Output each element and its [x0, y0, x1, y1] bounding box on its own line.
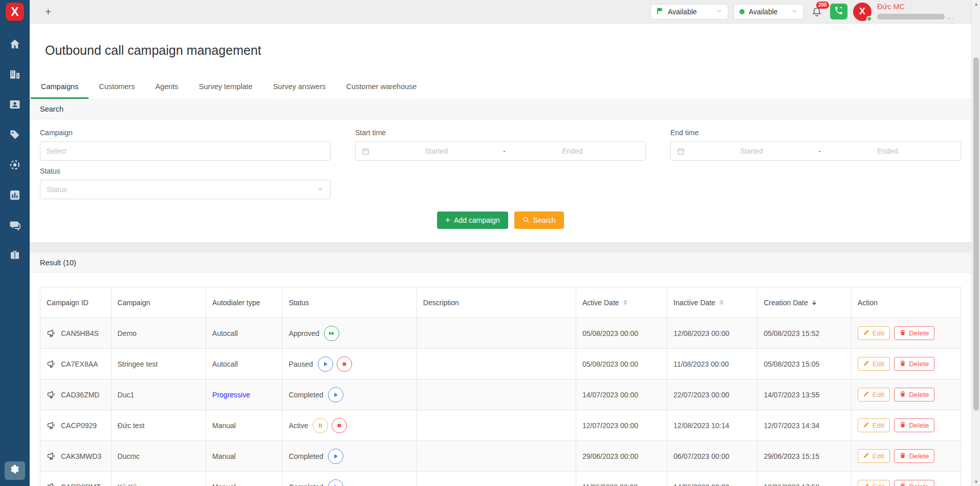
campaign-placeholder: Select: [47, 147, 67, 155]
edit-button[interactable]: Edit: [858, 418, 890, 432]
search-section-title: Search: [40, 105, 63, 113]
new-tab-button[interactable]: +: [45, 6, 51, 17]
chat-status-value: Available: [668, 8, 697, 16]
edit-button[interactable]: Edit: [858, 388, 890, 402]
user-menu[interactable]: Đức MC ...: [877, 3, 964, 20]
search-button-label: Search: [533, 216, 556, 224]
delete-button[interactable]: Delete: [894, 418, 934, 432]
delete-button[interactable]: Delete: [894, 480, 934, 486]
end-time-range-input[interactable]: Started - Ended: [670, 141, 961, 161]
campaign-name: Demo: [111, 318, 206, 349]
creation-date: 12/07/2023 14:34: [757, 410, 851, 441]
search-form: Campaign Select Start time Started - End…: [30, 119, 971, 199]
trash-icon: [900, 329, 906, 337]
main-content: Outbound call campaign management Campai…: [30, 24, 971, 486]
pencil-icon: [863, 452, 869, 460]
megaphone-icon: [47, 359, 57, 369]
tab-customers[interactable]: Customers: [89, 79, 145, 95]
sidebar-item-contacts[interactable]: [8, 99, 21, 112]
brand-logo[interactable]: X: [6, 3, 24, 21]
sidebar-item-company[interactable]: [8, 69, 21, 82]
creation-date: 05/08/2023 15:05: [757, 349, 851, 379]
sidebar-item-chat[interactable]: [8, 220, 21, 233]
tab-campaigns[interactable]: Campaigns: [31, 79, 89, 95]
column-header-active-date[interactable]: Active Date: [576, 287, 667, 318]
search-section-header: Search: [30, 99, 971, 119]
delete-button[interactable]: Delete: [894, 388, 934, 402]
call-status-dropdown[interactable]: Available: [734, 4, 803, 19]
results-table: Campaign IDCampaignAutodialer typeStatus…: [40, 287, 961, 486]
edit-button[interactable]: Edit: [858, 449, 890, 463]
autodialer-type: Autocall: [212, 329, 238, 337]
column-header-inactive-date[interactable]: Inactive Date: [667, 287, 757, 318]
stop-icon[interactable]: [332, 418, 347, 433]
table-row: CAD36ZMD Duc1 Progressive Completed 14/0…: [40, 379, 961, 410]
avatar-letter: X: [859, 6, 865, 17]
online-dot-icon: [866, 16, 872, 22]
results-table-wrap: Campaign IDCampaignAutodialer typeStatus…: [30, 273, 971, 486]
chat-icon: [9, 219, 21, 234]
add-campaign-button[interactable]: + Add campaign: [437, 212, 508, 229]
home-icon: [9, 38, 21, 52]
tab-survey-answers[interactable]: Survey answers: [263, 79, 336, 95]
settings-button[interactable]: [5, 461, 25, 480]
notifications-button[interactable]: 200: [811, 6, 822, 17]
play-icon[interactable]: [328, 449, 343, 464]
tab-agents[interactable]: Agents: [145, 79, 188, 95]
tab-customer-warehouse[interactable]: Customer warehouse: [336, 79, 427, 95]
page-scrollbar[interactable]: ▲ ▼: [971, 0, 980, 486]
description: [417, 472, 576, 486]
status-label: Status: [40, 167, 331, 175]
end-time-label: End time: [670, 129, 961, 137]
start-time-range-input[interactable]: Started - Ended: [355, 141, 646, 161]
edit-button[interactable]: Edit: [858, 326, 890, 340]
delete-button[interactable]: Delete: [894, 449, 934, 463]
sort-icon[interactable]: [812, 300, 816, 305]
play-icon[interactable]: [328, 479, 343, 486]
trash-icon: [900, 452, 906, 460]
search-button[interactable]: Search: [514, 212, 564, 229]
stop-icon[interactable]: [337, 356, 352, 372]
description: [417, 441, 576, 472]
tag-icon: [9, 129, 21, 143]
chevron-down-icon: [791, 8, 798, 16]
campaign-name: Duc1: [111, 379, 206, 410]
scroll-up-icon[interactable]: ▲: [972, 2, 980, 7]
availability-dot-icon: [739, 9, 745, 14]
delete-button[interactable]: Delete: [894, 326, 934, 340]
edit-button[interactable]: Edit: [858, 480, 890, 486]
table-row: CARR9RMT Kù Kù Manual Completed 11/06/20…: [40, 472, 961, 486]
sidebar-item-home[interactable]: [8, 38, 21, 52]
call-button[interactable]: [830, 4, 847, 19]
delete-button[interactable]: Delete: [894, 357, 934, 371]
creation-date: 05/08/2023 15:52: [757, 318, 851, 349]
play-icon[interactable]: [328, 387, 343, 403]
chat-status-dropdown[interactable]: Available: [650, 4, 728, 19]
sidebar-item-library[interactable]: [8, 250, 21, 263]
pencil-icon: [863, 360, 869, 368]
campaign-id: CARR9RMT: [61, 483, 101, 486]
sidebar-item-reports[interactable]: [8, 189, 21, 203]
page-title: Outbound call campaign management: [45, 43, 971, 58]
campaign-select-input[interactable]: Select: [40, 141, 331, 161]
trash-icon: [900, 360, 906, 368]
phone-icon: [834, 6, 843, 17]
play-icon[interactable]: [318, 356, 333, 372]
sidebar-item-tag[interactable]: [8, 129, 21, 142]
plus-icon: +: [445, 215, 450, 225]
sort-icon[interactable]: [623, 300, 627, 305]
avatar[interactable]: X: [853, 3, 872, 21]
active-date: 12/07/2023 00:00: [576, 410, 667, 441]
autodialer-type: Manual: [212, 452, 236, 460]
pause-icon[interactable]: [313, 418, 328, 433]
resume-icon[interactable]: [324, 326, 339, 341]
column-header-creation-date[interactable]: Creation Date: [757, 287, 851, 318]
scrollbar-thumb[interactable]: [973, 57, 979, 411]
tab-survey-template[interactable]: Survey template: [189, 79, 263, 95]
sort-icon[interactable]: [720, 300, 724, 305]
status-select[interactable]: Status: [40, 180, 331, 199]
scroll-down-icon[interactable]: ▼: [972, 479, 980, 484]
edit-button[interactable]: Edit: [858, 357, 890, 371]
sidebar-item-target[interactable]: [8, 159, 21, 173]
active-date: 05/08/2023 00:00: [576, 349, 667, 379]
